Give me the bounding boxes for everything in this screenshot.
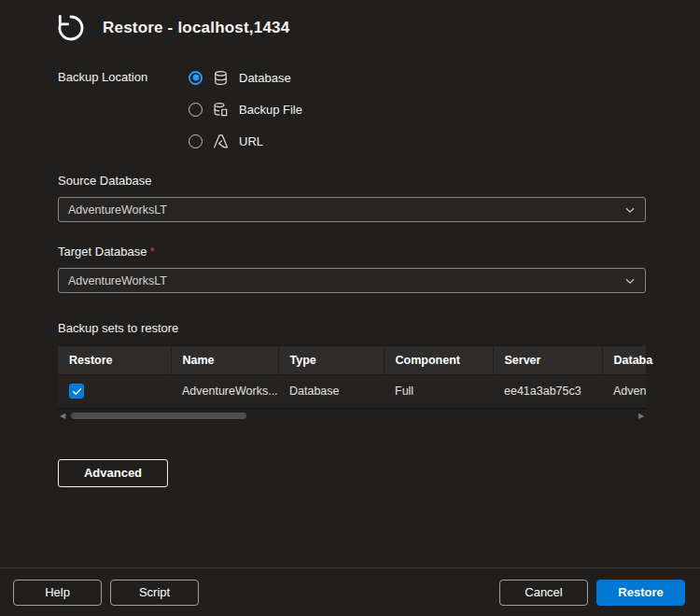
scrollbar-thumb[interactable]: [71, 413, 246, 419]
restore-icon: [54, 11, 88, 45]
source-database-dropdown[interactable]: AdventureWorksLT: [58, 197, 646, 222]
scroll-left-arrow[interactable]: ◀: [58, 411, 67, 422]
target-database-label: Target Database*: [58, 245, 646, 259]
backup-sets-section: Backup sets to restore Restore Name Type…: [58, 321, 646, 487]
scrollbar-track[interactable]: [67, 413, 637, 419]
radio-option-database[interactable]: Database: [189, 67, 302, 88]
backup-location-label: Backup Location: [58, 67, 189, 151]
scroll-right-arrow[interactable]: ▶: [637, 411, 646, 422]
column-header-name[interactable]: Name: [171, 346, 278, 374]
table-row[interactable]: AdventureWorks... Database Full ee41a3ab…: [58, 374, 646, 408]
radio-option-url[interactable]: URL: [189, 131, 302, 151]
dialog-title: Restore - localhost,1434: [103, 19, 289, 37]
source-database-value: AdventureWorksLT: [68, 203, 167, 217]
help-button[interactable]: Help: [13, 580, 102, 606]
backup-location-radio-group: Database Backup File: [189, 67, 302, 151]
backup-sets-label: Backup sets to restore: [58, 321, 646, 335]
radio-button-url[interactable]: [189, 134, 203, 148]
cell-name: AdventureWorks...: [171, 374, 278, 408]
radio-button-backup-file[interactable]: [189, 103, 203, 117]
backup-sets-table: Restore Name Type Component Server Datab…: [58, 346, 646, 422]
script-button[interactable]: Script: [110, 580, 199, 606]
restore-checkbox[interactable]: [69, 384, 84, 399]
column-header-type[interactable]: Type: [278, 346, 384, 374]
required-asterisk: *: [149, 245, 154, 259]
target-database-section: Target Database* AdventureWorksLT: [58, 245, 646, 293]
chevron-down-icon: [624, 204, 636, 216]
radio-label-url: URL: [239, 134, 263, 148]
source-database-label: Source Database: [58, 174, 646, 188]
column-header-server[interactable]: Server: [493, 346, 602, 374]
horizontal-scrollbar[interactable]: ◀ ▶: [58, 411, 646, 422]
column-header-component[interactable]: Component: [384, 346, 493, 374]
radio-label-backup-file: Backup File: [239, 103, 302, 117]
target-database-dropdown[interactable]: AdventureWorksLT: [58, 268, 646, 293]
target-database-value: AdventureWorksLT: [68, 274, 167, 287]
cell-type: Database: [278, 374, 384, 408]
advanced-button[interactable]: Advanced: [58, 459, 168, 487]
dialog-footer: Help Script Cancel Restore: [0, 567, 700, 616]
cancel-button[interactable]: Cancel: [499, 580, 588, 606]
radio-option-backup-file[interactable]: Backup File: [189, 99, 302, 119]
cell-restore: [58, 374, 171, 408]
chevron-down-icon: [624, 275, 636, 287]
url-azure-icon: [213, 133, 229, 149]
cell-server: ee41a3ab75c3: [493, 374, 602, 408]
radio-label-database: Database: [239, 71, 291, 85]
backup-location-row: Backup Location Database: [58, 67, 646, 151]
cell-database: Adventu...: [602, 374, 646, 408]
restore-button[interactable]: Restore: [596, 580, 685, 606]
column-header-restore[interactable]: Restore: [58, 346, 171, 374]
table-header-row: Restore Name Type Component Server Datab…: [58, 346, 646, 374]
column-header-database[interactable]: Databa: [602, 346, 646, 374]
cell-component: Full: [384, 374, 493, 408]
backup-file-icon: [213, 102, 229, 118]
radio-button-database[interactable]: [189, 71, 203, 85]
dialog-header: Restore - localhost,1434: [0, 0, 700, 45]
source-database-section: Source Database AdventureWorksLT: [58, 174, 646, 222]
database-icon: [213, 70, 229, 86]
